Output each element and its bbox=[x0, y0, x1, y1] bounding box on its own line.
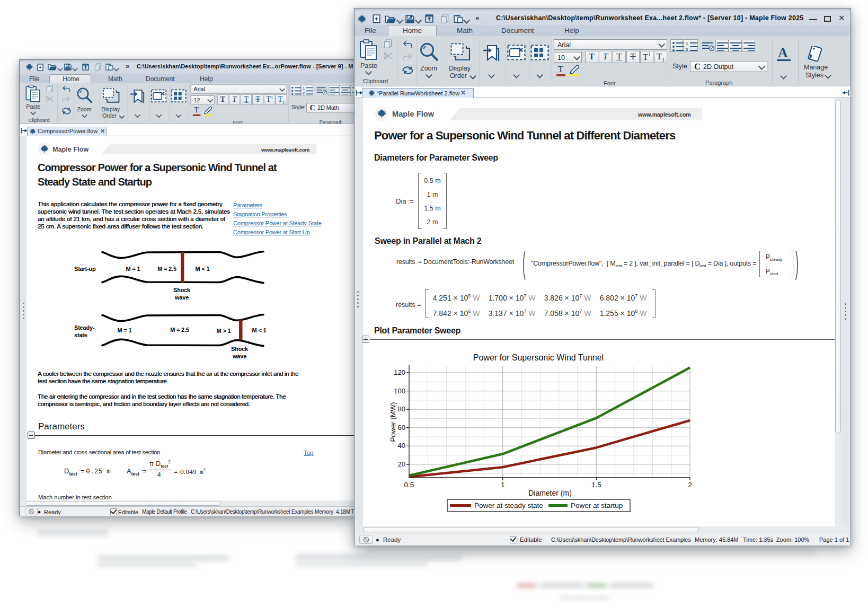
svg-text:1: 1 bbox=[303, 86, 305, 90]
svg-text:0.5: 0.5 bbox=[404, 481, 414, 489]
svg-text:120: 120 bbox=[394, 368, 405, 376]
svg-text:1.5: 1.5 bbox=[591, 481, 601, 489]
svg-text:Power at steady state: Power at steady state bbox=[474, 501, 543, 509]
svg-text:20: 20 bbox=[398, 460, 405, 468]
svg-text:1: 1 bbox=[501, 481, 505, 489]
svg-text:60: 60 bbox=[398, 424, 405, 432]
svg-text:Power at startup: Power at startup bbox=[571, 501, 623, 509]
svg-text:100: 100 bbox=[394, 387, 405, 395]
svg-text:2: 2 bbox=[303, 91, 305, 95]
svg-text:Power (MW): Power (MW) bbox=[389, 402, 397, 442]
svg-text:40: 40 bbox=[398, 442, 405, 450]
svg-text:1: 1 bbox=[686, 41, 688, 46]
svg-text:80: 80 bbox=[398, 405, 405, 413]
svg-text:Diameter (m): Diameter (m) bbox=[528, 489, 572, 497]
svg-text:2: 2 bbox=[688, 481, 692, 489]
svg-text:Power for Supersonic Wind Tunn: Power for Supersonic Wind Tunnel bbox=[473, 353, 604, 362]
svg-text:2: 2 bbox=[686, 47, 688, 51]
